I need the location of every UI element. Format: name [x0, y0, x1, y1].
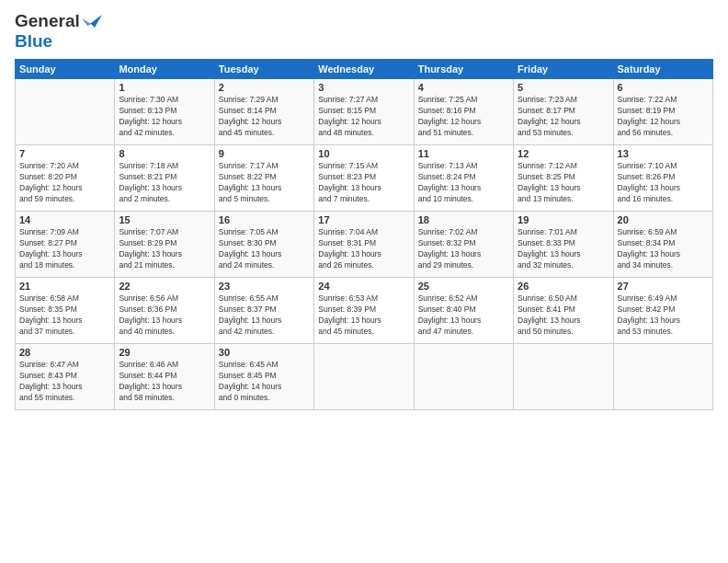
day-info: Sunrise: 6:56 AM Sunset: 8:36 PM Dayligh…	[119, 293, 210, 338]
calendar-cell: 27Sunrise: 6:49 AM Sunset: 8:42 PM Dayli…	[613, 278, 712, 344]
day-number: 11	[418, 148, 509, 159]
day-number: 18	[418, 214, 509, 225]
calendar-cell: 25Sunrise: 6:52 AM Sunset: 8:40 PM Dayli…	[414, 278, 513, 344]
logo-blue-text: Blue	[15, 31, 52, 51]
day-info: Sunrise: 7:27 AM Sunset: 8:15 PM Dayligh…	[318, 95, 409, 139]
day-number: 24	[318, 281, 409, 292]
day-of-week-header: Saturday	[613, 60, 712, 79]
day-info: Sunrise: 7:09 AM Sunset: 8:27 PM Dayligh…	[19, 227, 110, 271]
calendar-cell: 8Sunrise: 7:18 AM Sunset: 8:21 PM Daylig…	[115, 145, 214, 212]
day-number: 17	[318, 214, 409, 225]
calendar-cell: 28Sunrise: 6:47 AM Sunset: 8:43 PM Dayli…	[16, 344, 115, 410]
calendar-week-row: 1Sunrise: 7:30 AM Sunset: 8:13 PM Daylig…	[16, 79, 713, 145]
day-number: 30	[219, 347, 310, 358]
day-number: 16	[219, 214, 310, 225]
day-number: 29	[119, 347, 210, 358]
day-info: Sunrise: 7:25 AM Sunset: 8:16 PM Dayligh…	[418, 95, 509, 139]
day-number: 27	[618, 281, 709, 292]
calendar-cell: 19Sunrise: 7:01 AM Sunset: 8:33 PM Dayli…	[514, 212, 613, 278]
day-info: Sunrise: 7:22 AM Sunset: 8:19 PM Dayligh…	[618, 95, 709, 139]
day-info: Sunrise: 7:01 AM Sunset: 8:33 PM Dayligh…	[518, 227, 609, 271]
logo: General Blue	[15, 11, 102, 52]
calendar-cell: 14Sunrise: 7:09 AM Sunset: 8:27 PM Dayli…	[16, 212, 115, 278]
logo-general-text: General	[15, 11, 80, 31]
calendar-cell: 3Sunrise: 7:27 AM Sunset: 8:15 PM Daylig…	[314, 79, 414, 145]
day-info: Sunrise: 7:02 AM Sunset: 8:32 PM Dayligh…	[418, 227, 509, 271]
calendar-cell	[613, 344, 712, 410]
day-number: 8	[119, 148, 210, 159]
day-info: Sunrise: 6:50 AM Sunset: 8:41 PM Dayligh…	[518, 293, 609, 338]
calendar-cell: 17Sunrise: 7:04 AM Sunset: 8:31 PM Dayli…	[314, 212, 414, 278]
day-info: Sunrise: 7:12 AM Sunset: 8:25 PM Dayligh…	[518, 161, 609, 205]
calendar-cell: 22Sunrise: 6:56 AM Sunset: 8:36 PM Dayli…	[115, 278, 214, 344]
calendar-cell: 24Sunrise: 6:53 AM Sunset: 8:39 PM Dayli…	[314, 278, 414, 344]
day-info: Sunrise: 7:29 AM Sunset: 8:14 PM Dayligh…	[219, 95, 310, 139]
day-number: 4	[418, 82, 509, 93]
calendar-cell	[16, 79, 115, 145]
day-of-week-header: Thursday	[414, 60, 513, 79]
calendar-cell: 18Sunrise: 7:02 AM Sunset: 8:32 PM Dayli…	[414, 212, 513, 278]
calendar-cell: 30Sunrise: 6:45 AM Sunset: 8:45 PM Dayli…	[214, 344, 313, 410]
day-number: 23	[219, 281, 310, 292]
day-info: Sunrise: 6:59 AM Sunset: 8:34 PM Dayligh…	[618, 227, 709, 271]
day-number: 15	[119, 214, 210, 225]
day-info: Sunrise: 7:30 AM Sunset: 8:13 PM Dayligh…	[119, 95, 210, 139]
calendar-page: General Blue SundayMondayTuesdayWednesda…	[0, 0, 728, 563]
day-number: 7	[19, 148, 110, 159]
calendar-cell: 12Sunrise: 7:12 AM Sunset: 8:25 PM Dayli…	[514, 145, 613, 212]
day-info: Sunrise: 6:47 AM Sunset: 8:43 PM Dayligh…	[19, 360, 110, 404]
day-number: 10	[318, 148, 409, 159]
day-info: Sunrise: 7:23 AM Sunset: 8:17 PM Dayligh…	[518, 95, 609, 139]
day-of-week-header: Sunday	[16, 60, 115, 79]
day-info: Sunrise: 6:55 AM Sunset: 8:37 PM Dayligh…	[219, 293, 310, 338]
day-number: 19	[518, 214, 609, 225]
logo-bird-icon	[82, 13, 102, 29]
calendar-cell: 1Sunrise: 7:30 AM Sunset: 8:13 PM Daylig…	[115, 79, 214, 145]
day-number: 28	[19, 347, 110, 358]
day-number: 6	[618, 82, 709, 93]
calendar-cell: 7Sunrise: 7:20 AM Sunset: 8:20 PM Daylig…	[16, 145, 115, 212]
day-number: 1	[119, 82, 210, 93]
day-info: Sunrise: 6:49 AM Sunset: 8:42 PM Dayligh…	[618, 293, 709, 338]
calendar-cell: 15Sunrise: 7:07 AM Sunset: 8:29 PM Dayli…	[115, 212, 214, 278]
calendar-cell: 5Sunrise: 7:23 AM Sunset: 8:17 PM Daylig…	[514, 79, 613, 145]
day-info: Sunrise: 7:17 AM Sunset: 8:22 PM Dayligh…	[219, 161, 310, 205]
calendar-cell: 10Sunrise: 7:15 AM Sunset: 8:23 PM Dayli…	[314, 145, 414, 212]
calendar-cell: 2Sunrise: 7:29 AM Sunset: 8:14 PM Daylig…	[214, 79, 313, 145]
calendar-cell	[514, 344, 613, 410]
svg-marker-0	[87, 15, 102, 28]
calendar-week-row: 14Sunrise: 7:09 AM Sunset: 8:27 PM Dayli…	[16, 212, 713, 278]
calendar-header-row: SundayMondayTuesdayWednesdayThursdayFrid…	[16, 60, 713, 79]
calendar-cell: 23Sunrise: 6:55 AM Sunset: 8:37 PM Dayli…	[214, 278, 313, 344]
calendar-cell: 11Sunrise: 7:13 AM Sunset: 8:24 PM Dayli…	[414, 145, 513, 212]
day-number: 2	[219, 82, 310, 93]
calendar-cell: 9Sunrise: 7:17 AM Sunset: 8:22 PM Daylig…	[214, 145, 313, 212]
calendar-cell	[314, 344, 414, 410]
day-number: 26	[518, 281, 609, 292]
day-number: 21	[19, 281, 110, 292]
header: General Blue	[15, 11, 713, 52]
day-info: Sunrise: 6:52 AM Sunset: 8:40 PM Dayligh…	[418, 293, 509, 338]
day-number: 14	[19, 214, 110, 225]
day-of-week-header: Friday	[514, 60, 613, 79]
day-info: Sunrise: 7:04 AM Sunset: 8:31 PM Dayligh…	[318, 227, 409, 271]
calendar-cell: 21Sunrise: 6:58 AM Sunset: 8:35 PM Dayli…	[16, 278, 115, 344]
day-number: 12	[518, 148, 609, 159]
day-number: 13	[618, 148, 709, 159]
calendar-cell: 6Sunrise: 7:22 AM Sunset: 8:19 PM Daylig…	[613, 79, 712, 145]
day-info: Sunrise: 7:18 AM Sunset: 8:21 PM Dayligh…	[119, 161, 210, 205]
day-of-week-header: Monday	[115, 60, 214, 79]
calendar-cell: 26Sunrise: 6:50 AM Sunset: 8:41 PM Dayli…	[514, 278, 613, 344]
calendar-week-row: 7Sunrise: 7:20 AM Sunset: 8:20 PM Daylig…	[16, 145, 713, 212]
calendar-week-row: 21Sunrise: 6:58 AM Sunset: 8:35 PM Dayli…	[16, 278, 713, 344]
calendar-table: SundayMondayTuesdayWednesdayThursdayFrid…	[15, 59, 713, 410]
day-number: 3	[318, 82, 409, 93]
day-info: Sunrise: 6:45 AM Sunset: 8:45 PM Dayligh…	[219, 360, 310, 404]
calendar-cell: 13Sunrise: 7:10 AM Sunset: 8:26 PM Dayli…	[613, 145, 712, 212]
day-number: 25	[418, 281, 509, 292]
day-number: 9	[219, 148, 310, 159]
calendar-week-row: 28Sunrise: 6:47 AM Sunset: 8:43 PM Dayli…	[16, 344, 713, 410]
day-number: 5	[518, 82, 609, 93]
calendar-cell: 20Sunrise: 6:59 AM Sunset: 8:34 PM Dayli…	[613, 212, 712, 278]
day-info: Sunrise: 6:46 AM Sunset: 8:44 PM Dayligh…	[119, 360, 210, 404]
